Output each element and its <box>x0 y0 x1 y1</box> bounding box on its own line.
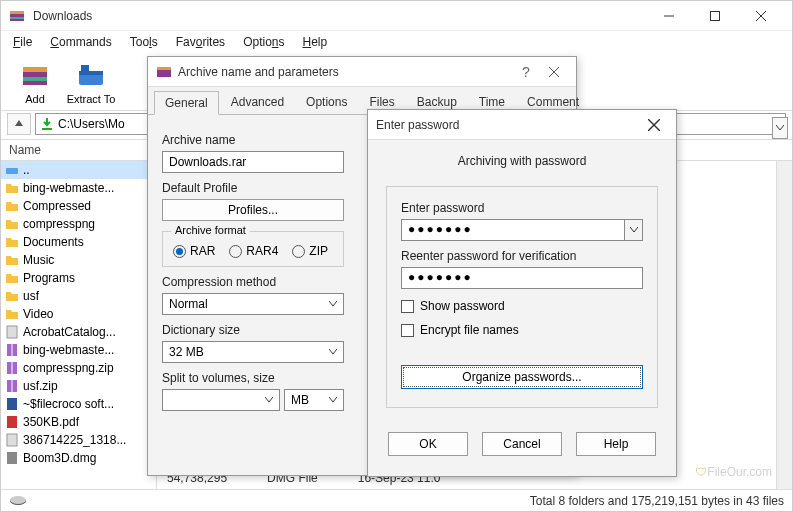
password-heading: Archiving with password <box>386 154 658 168</box>
archive-name-input[interactable]: Downloads.rar <box>162 151 344 173</box>
password-group: Enter password ●●●●●●● Reenter password … <box>386 186 658 408</box>
up-button[interactable] <box>7 113 31 135</box>
file-row[interactable]: AcrobatCatalog... <box>1 323 156 341</box>
up-arrow-icon <box>13 118 25 130</box>
extract-icon <box>75 59 107 91</box>
extract-button[interactable]: Extract To <box>63 55 119 109</box>
dictionary-combo[interactable]: 32 MB <box>162 341 344 363</box>
radio-icon <box>173 245 186 258</box>
tab-options[interactable]: Options <box>296 91 357 114</box>
ok-button[interactable]: OK <box>388 432 468 456</box>
titlebar: Downloads <box>1 1 792 31</box>
file-row[interactable]: bing-webmaste... <box>1 179 156 197</box>
menu-favorites[interactable]: Favorites <box>168 33 233 51</box>
column-headers: Name <box>1 139 156 161</box>
default-profile-label: Default Profile <box>162 181 344 195</box>
column-name[interactable]: Name <box>1 140 151 160</box>
tab-advanced[interactable]: Advanced <box>221 91 294 114</box>
encrypt-names-checkbox[interactable]: Encrypt file names <box>401 323 643 337</box>
split-size-combo[interactable] <box>162 389 280 411</box>
file-row[interactable]: usf <box>1 287 156 305</box>
radio-rar[interactable]: RAR <box>173 244 215 258</box>
password-dialog-titlebar: Enter password <box>368 110 676 140</box>
show-password-checkbox[interactable]: Show password <box>401 299 643 313</box>
statusbar: Total 8 folders and 175,219,151 bytes in… <box>1 489 792 511</box>
word-icon <box>5 397 19 411</box>
checkbox-icon <box>401 300 414 313</box>
menu-help[interactable]: Help <box>295 33 336 51</box>
file-row[interactable]: Video <box>1 305 156 323</box>
svg-rect-4 <box>711 11 720 20</box>
enter-password-label: Enter password <box>401 201 643 215</box>
password-dropdown-button[interactable] <box>625 219 643 241</box>
checkbox-icon <box>401 324 414 337</box>
file-row[interactable]: bing-webmaste... <box>1 341 156 359</box>
file-row[interactable]: ~$filecroco soft... <box>1 395 156 413</box>
cancel-button[interactable]: Cancel <box>482 432 562 456</box>
close-button[interactable] <box>738 1 784 31</box>
file-row[interactable]: compresspng <box>1 215 156 233</box>
menubar: File Commands Tools Favorites Options He… <box>1 31 792 53</box>
dialog-buttons: OK Cancel Help <box>368 422 676 470</box>
file-row[interactable]: Documents <box>1 233 156 251</box>
zip-icon <box>5 343 19 357</box>
add-label: Add <box>25 93 45 105</box>
file-row[interactable]: Boom3D.dmg <box>1 449 156 467</box>
dictionary-label: Dictionary size <box>162 323 344 337</box>
add-button[interactable]: Add <box>7 55 63 109</box>
dialog-close-button[interactable] <box>540 58 568 86</box>
svg-rect-1 <box>10 11 24 14</box>
menu-tools[interactable]: Tools <box>122 33 166 51</box>
vertical-scrollbar[interactable] <box>776 161 792 489</box>
archive-dialog-titlebar: Archive name and parameters ? <box>148 57 576 87</box>
radio-icon <box>292 245 305 258</box>
file-row[interactable]: Compressed <box>1 197 156 215</box>
close-icon <box>648 119 660 131</box>
dialog-close-button[interactable] <box>640 111 668 139</box>
window-title: Downloads <box>33 9 646 23</box>
maximize-button[interactable] <box>692 1 738 31</box>
radio-zip[interactable]: ZIP <box>292 244 328 258</box>
radio-rar4[interactable]: RAR4 <box>229 244 278 258</box>
help-button[interactable]: Help <box>576 432 656 456</box>
split-unit-combo[interactable]: MB <box>284 389 344 411</box>
file-row[interactable]: usf.zip <box>1 377 156 395</box>
pdf-icon <box>5 415 19 429</box>
file-row-up[interactable]: .. <box>1 161 156 179</box>
file-row[interactable]: 350KB.pdf <box>1 413 156 431</box>
tab-general[interactable]: General <box>154 91 219 115</box>
organize-passwords-button[interactable]: Organize passwords... <box>401 365 643 389</box>
profiles-button[interactable]: Profiles... <box>162 199 344 221</box>
zip-icon <box>5 379 19 393</box>
folder-icon <box>5 253 19 267</box>
menu-options[interactable]: Options <box>235 33 292 51</box>
menu-commands[interactable]: Commands <box>42 33 119 51</box>
disk-icon <box>9 495 27 507</box>
enter-password-input[interactable]: ●●●●●●● <box>401 219 625 241</box>
address-dropdown-button[interactable] <box>772 117 788 139</box>
download-icon <box>40 117 54 131</box>
dialog-help-button[interactable]: ? <box>512 58 540 86</box>
minimize-button[interactable] <box>646 1 692 31</box>
menu-file[interactable]: File <box>5 33 40 51</box>
image-icon <box>5 433 19 447</box>
file-list[interactable]: .. bing-webmaste... Compressed compressp… <box>1 161 156 467</box>
chevron-down-icon <box>776 125 784 131</box>
close-icon <box>549 67 559 77</box>
file-row[interactable]: 386714225_1318... <box>1 431 156 449</box>
zip-icon <box>5 361 19 375</box>
svg-rect-11 <box>79 71 103 75</box>
winrar-icon <box>9 8 25 24</box>
svg-rect-12 <box>81 65 89 71</box>
reenter-password-input[interactable]: ●●●●●●● <box>401 267 643 289</box>
compression-combo[interactable]: Normal <box>162 293 344 315</box>
folder-icon <box>5 199 19 213</box>
password-dialog-title: Enter password <box>376 118 640 132</box>
svg-rect-2 <box>10 17 24 19</box>
svg-rect-9 <box>23 77 47 81</box>
chevron-down-icon <box>630 227 638 233</box>
file-icon <box>5 325 19 339</box>
file-row[interactable]: Programs <box>1 269 156 287</box>
file-row[interactable]: Music <box>1 251 156 269</box>
file-row[interactable]: compresspng.zip <box>1 359 156 377</box>
